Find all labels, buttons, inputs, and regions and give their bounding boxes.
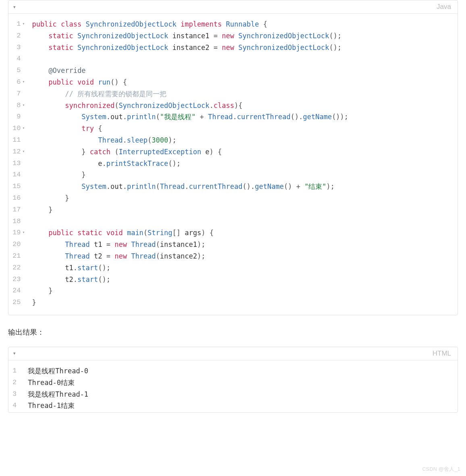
output-line: 我是线程Thread-0: [28, 365, 451, 377]
line-number: 1: [12, 365, 22, 377]
code-line: // 所有线程需要的锁都是同一把: [32, 88, 451, 100]
line-number-gutter: 1234: [8, 365, 25, 412]
line-number: 2: [12, 377, 22, 389]
output-title: 输出结果：: [8, 327, 458, 337]
code-line: }: [32, 204, 451, 216]
code-line: }: [32, 285, 451, 297]
output-line: 我是线程Thread-1: [28, 389, 451, 400]
code-line: System.out.println(Thread.currentThread(…: [32, 181, 451, 192]
line-number: 8▾: [12, 100, 26, 112]
code-line: public void run() {: [32, 77, 451, 88]
line-number: 10▾: [12, 123, 26, 135]
line-number: 24: [12, 285, 26, 297]
line-number: 3: [12, 389, 22, 400]
output-line: Thread-1结束: [28, 400, 451, 412]
language-label: Java: [437, 3, 451, 11]
line-number: 16: [12, 192, 26, 204]
code-line: }: [32, 169, 451, 181]
line-number: 11: [12, 135, 26, 146]
line-number: 13: [12, 158, 26, 170]
line-number: 25: [12, 297, 26, 308]
line-number: 6▾: [12, 77, 26, 88]
code-line: Thread.sleep(3000);: [32, 135, 451, 146]
code-block-output: ▾ HTML 1234 我是线程Thread-0Thread-0结束我是线程Th…: [8, 347, 458, 413]
line-number: 19▾: [12, 227, 26, 239]
fold-caret-icon[interactable]: ▾: [13, 351, 16, 356]
line-number: 2: [12, 30, 26, 42]
code-line: [32, 216, 451, 228]
code-line: public class SynchronizedObjectLock impl…: [32, 19, 451, 30]
code-line: e.printStackTrace();: [32, 158, 451, 170]
code-line: Thread t2 = new Thread(instance2);: [32, 250, 451, 262]
code-line: static SynchronizedObjectLock instance1 …: [32, 30, 451, 42]
code-content[interactable]: public class SynchronizedObjectLock impl…: [29, 19, 458, 308]
output-line: Thread-0结束: [28, 377, 451, 389]
line-number: 7: [12, 88, 26, 100]
language-label: HTML: [433, 350, 451, 358]
code-line: t2.start();: [32, 274, 451, 286]
line-number: 14: [12, 169, 26, 181]
line-number: 12▾: [12, 146, 26, 158]
code-line: System.out.println("我是线程" + Thread.curre…: [32, 111, 451, 123]
code-line: }: [32, 297, 451, 308]
line-number: 5: [12, 65, 26, 77]
line-number: 17: [12, 204, 26, 216]
code-header: ▾ Java: [8, 0, 458, 14]
code-block-java: ▾ Java 1▾23456▾78▾910▾1112▾1314151617181…: [8, 0, 458, 315]
line-number: 1▾: [12, 19, 26, 30]
line-number: 15: [12, 181, 26, 192]
line-number: 18: [12, 216, 26, 228]
output-content[interactable]: 我是线程Thread-0Thread-0结束我是线程Thread-1Thread…: [25, 365, 458, 412]
line-number-gutter: 1▾23456▾78▾910▾1112▾13141516171819▾20212…: [8, 19, 29, 308]
fold-caret-icon[interactable]: ▾: [13, 4, 16, 10]
output-body: 1234 我是线程Thread-0Thread-0结束我是线程Thread-1T…: [8, 360, 458, 412]
code-line: [32, 53, 451, 65]
line-number: 4: [12, 53, 26, 65]
line-number: 4: [12, 400, 22, 412]
code-line: @Override: [32, 65, 451, 77]
line-number: 22: [12, 262, 26, 274]
code-line: try {: [32, 123, 451, 135]
code-header: ▾ HTML: [8, 347, 458, 360]
line-number: 3: [12, 42, 26, 54]
code-line: synchronized(SynchronizedObjectLock.clas…: [32, 100, 451, 112]
code-line: }: [32, 192, 451, 204]
line-number: 23: [12, 274, 26, 286]
code-body: 1▾23456▾78▾910▾1112▾13141516171819▾20212…: [8, 14, 458, 315]
code-line: t1.start();: [32, 262, 451, 274]
line-number: 9: [12, 111, 26, 123]
line-number: 20: [12, 239, 26, 250]
line-number: 21: [12, 250, 26, 262]
code-line: static SynchronizedObjectLock instance2 …: [32, 42, 451, 54]
code-line: public static void main(String[] args) {: [32, 227, 451, 239]
code-line: Thread t1 = new Thread(instance1);: [32, 239, 451, 250]
code-line: } catch (InterruptedException e) {: [32, 146, 451, 158]
